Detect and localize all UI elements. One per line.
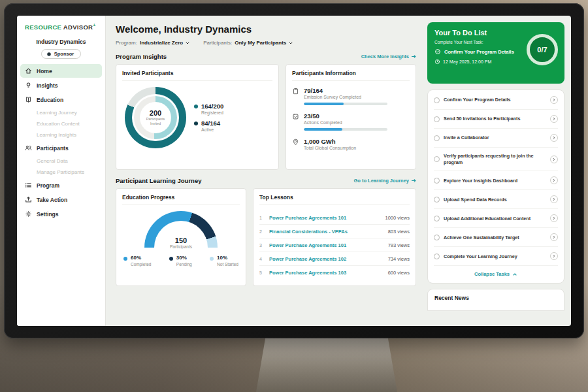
learning-cards-row: Education Progress 150 Participants bbox=[116, 188, 417, 286]
task-checkbox[interactable] bbox=[434, 235, 440, 240]
sidebar-item-label: Education bbox=[37, 97, 63, 103]
task-row-verify-participants[interactable]: Verify participants requesting to join t… bbox=[434, 148, 558, 171]
sidebar-item-education-content[interactable]: Education Content bbox=[17, 118, 105, 129]
task-checkbox[interactable] bbox=[434, 135, 440, 141]
stat-global-consumption: 1,000 GWh Total Global Consumption bbox=[292, 138, 410, 150]
legend-label: Pending bbox=[176, 262, 192, 267]
legend-item-not-started: 10% Not Started bbox=[210, 255, 238, 267]
task-row-invite-collaborator[interactable]: Invite a Collaborator bbox=[434, 129, 558, 148]
task-row-send-invitations[interactable]: Send 50 Invitations to Participants bbox=[434, 110, 558, 129]
task-open-button[interactable] bbox=[550, 115, 558, 123]
legend-value: 164/200 bbox=[201, 103, 223, 110]
location-pin-icon bbox=[292, 139, 299, 146]
progress-fill bbox=[304, 128, 342, 131]
sidebar-item-learning-insights[interactable]: Learning Insights bbox=[17, 129, 105, 140]
participants-filter-label: Participants: bbox=[203, 40, 232, 46]
stat-label: Total Global Consumption bbox=[304, 146, 356, 150]
sidebar-item-program[interactable]: Program bbox=[17, 178, 105, 192]
task-row-confirm-program[interactable]: Confirm Your Program Details bbox=[434, 91, 558, 110]
gauge-label: Participants bbox=[144, 244, 218, 249]
todo-next-task[interactable]: Confirm Your Program Details bbox=[434, 48, 523, 55]
task-label: Complete Your Learning Journey bbox=[444, 253, 546, 260]
chevron-right-icon bbox=[552, 216, 556, 220]
task-checkbox[interactable] bbox=[434, 178, 440, 184]
card-title: Education Progress bbox=[122, 194, 240, 205]
monitor-stand bbox=[256, 335, 397, 392]
sidebar-item-manage-participants[interactable]: Manage Participants bbox=[17, 167, 105, 178]
program-filter-dropdown[interactable]: Industrialize Zero bbox=[140, 40, 190, 46]
bulb-icon bbox=[25, 82, 32, 89]
legend-item-completed: 60% Completed bbox=[123, 255, 151, 267]
sidebar-item-insights[interactable]: Insights bbox=[17, 78, 105, 92]
task-row-upload-spend-data[interactable]: Upload Spend Data Records bbox=[434, 190, 558, 209]
legend-dot bbox=[210, 257, 214, 261]
task-open-button[interactable] bbox=[550, 252, 558, 260]
check-more-insights-link[interactable]: Check More Insights bbox=[361, 54, 417, 59]
sponsor-label: Sponsor bbox=[54, 51, 74, 57]
chevron-right-icon bbox=[552, 157, 556, 161]
main-content: Welcome, Industry Dynamics Program: Indu… bbox=[106, 16, 425, 326]
task-checkbox[interactable] bbox=[434, 156, 440, 162]
sidebar-item-label: Program bbox=[37, 182, 59, 189]
lesson-link[interactable]: Financial Considerations - VPPAs bbox=[269, 229, 384, 235]
lesson-link[interactable]: Power Purchase Agreements 102 bbox=[269, 256, 384, 262]
sponsor-badge[interactable]: Sponsor bbox=[41, 49, 81, 59]
task-open-button[interactable] bbox=[550, 214, 558, 222]
sidebar-item-general-data[interactable]: General Data bbox=[17, 155, 105, 167]
task-open-button[interactable] bbox=[550, 155, 558, 163]
lesson-link[interactable]: Power Purchase Agreements 103 bbox=[269, 270, 384, 276]
participants-filter-dropdown[interactable]: Only My Participants bbox=[235, 40, 293, 46]
program-insights-header: Program Insights Check More Insights bbox=[116, 53, 417, 60]
task-checkbox[interactable] bbox=[434, 116, 440, 122]
todo-due: 12 May 2025, 12:00 PM bbox=[434, 59, 523, 65]
legend-item-active: 84/164 Active bbox=[194, 120, 223, 132]
photo-background: RESOURCE ADVISOR+ Industry Dynamics Spon… bbox=[0, 0, 588, 392]
task-open-button[interactable] bbox=[550, 96, 558, 104]
task-checkbox[interactable] bbox=[434, 216, 440, 221]
chevron-right-icon bbox=[552, 117, 556, 121]
stat-value: 79/164 bbox=[304, 87, 387, 94]
sidebar-item-education[interactable]: Education bbox=[17, 93, 105, 106]
program-filter-label: Program: bbox=[116, 40, 137, 46]
task-checkbox[interactable] bbox=[434, 97, 440, 103]
todo-progress-ring: 0/7 bbox=[527, 34, 558, 65]
task-row-upload-educational-content[interactable]: Upload Additional Educational Content bbox=[434, 209, 558, 228]
task-open-button[interactable] bbox=[550, 176, 558, 184]
chevron-down-icon bbox=[185, 41, 190, 46]
task-open-button[interactable] bbox=[550, 233, 558, 241]
legend-value: 84/164 bbox=[201, 120, 220, 127]
lesson-rank: 2 bbox=[259, 229, 265, 234]
chevron-up-icon bbox=[512, 272, 517, 277]
task-label: Confirm Your Program Details bbox=[444, 97, 546, 103]
clipboard-icon bbox=[292, 88, 299, 95]
brand-secondary: ADVISOR bbox=[63, 24, 93, 31]
collapse-tasks-link[interactable]: Collapse Tasks bbox=[434, 266, 558, 282]
go-to-learning-journey-link[interactable]: Go to Learning Journey bbox=[353, 178, 417, 184]
learning-journey-header: Participant Learning Journey Go to Learn… bbox=[116, 177, 417, 184]
lesson-link[interactable]: Power Purchase Agreements 101 bbox=[269, 215, 380, 221]
gauge-center: 150 Participants bbox=[144, 237, 218, 249]
task-row-complete-learning-journey[interactable]: Complete Your Learning Journey bbox=[434, 247, 558, 266]
task-row-achieve-target[interactable]: Achieve One Sustainability Target bbox=[434, 228, 558, 247]
sidebar-item-learning-journey[interactable]: Learning Journey bbox=[17, 107, 105, 118]
participants-information-card: Participants Information 79/164 Emission… bbox=[286, 64, 416, 170]
stat-label: Emission Survey Completed bbox=[304, 95, 387, 99]
sidebar-item-take-action[interactable]: Take Action bbox=[17, 193, 105, 206]
task-checkbox[interactable] bbox=[434, 253, 440, 259]
brand-primary: RESOURCE bbox=[25, 24, 61, 31]
lesson-link[interactable]: Power Purchase Agreements 101 bbox=[269, 242, 384, 248]
donut-legend: 164/200 Registered 84/164 Active bbox=[194, 98, 223, 138]
task-checkbox[interactable] bbox=[434, 197, 440, 203]
participants-filter: Participants: Only My Participants bbox=[203, 40, 293, 46]
sidebar-item-home[interactable]: Home bbox=[20, 64, 102, 78]
sponsor-icon bbox=[46, 52, 52, 57]
task-open-button[interactable] bbox=[550, 134, 558, 142]
task-row-explore-insights[interactable]: Explore Your Insights Dashboard bbox=[434, 171, 558, 190]
sidebar-item-settings[interactable]: Settings bbox=[17, 207, 105, 221]
task-open-button[interactable] bbox=[550, 195, 558, 203]
lesson-row: 5 Power Purchase Agreements 103 600 view… bbox=[259, 266, 410, 279]
sidebar-nav: Home Insights Education Learning Journey… bbox=[17, 64, 105, 221]
legend-label: Registered bbox=[201, 110, 223, 115]
sidebar-item-participants[interactable]: Participants bbox=[17, 141, 105, 155]
legend-dot bbox=[169, 257, 173, 261]
